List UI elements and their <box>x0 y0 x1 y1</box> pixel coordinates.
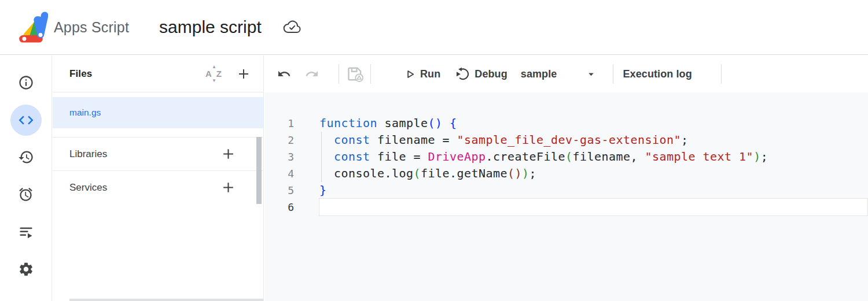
project-title[interactable]: sample script <box>159 17 262 37</box>
sidebar-item-executions[interactable] <box>10 217 42 248</box>
function-selector-value: sample <box>521 68 557 80</box>
files-panel-header: Files AZ ▲▼ <box>53 55 263 92</box>
executions-icon <box>18 224 34 240</box>
code-lines: function sample() { const filename = "sa… <box>319 115 868 215</box>
save-project-icon <box>345 64 365 84</box>
sidebar-item-triggers[interactable] <box>10 179 42 210</box>
code-line: const filename = "sample_file_dev-gas-ex… <box>319 132 868 148</box>
function-selector-dropdown[interactable] <box>586 69 597 80</box>
debug-label: Debug <box>475 68 507 80</box>
gear-icon <box>18 261 34 277</box>
history-icon <box>18 149 34 165</box>
debug-button[interactable]: Debug <box>455 66 507 81</box>
add-service-button[interactable] <box>221 180 236 195</box>
code-line <box>319 199 868 215</box>
code-line: function sample() { <box>319 115 868 132</box>
editor-toolbar: Run Debug sample Execution log <box>264 55 868 92</box>
add-library-button[interactable] <box>221 147 236 161</box>
alarm-icon <box>18 187 34 202</box>
play-icon <box>403 68 417 81</box>
code-editor[interactable]: 123456 function sample() { const filenam… <box>264 92 868 301</box>
sort-files-az-icon[interactable]: AZ ▲▼ <box>205 67 223 81</box>
libraries-section[interactable]: Libraries <box>53 137 263 170</box>
undo-button[interactable] <box>277 67 291 81</box>
debug-icon <box>455 66 471 81</box>
plus-icon <box>221 180 236 195</box>
services-label: Services <box>69 182 107 194</box>
gutter: 123456 <box>264 115 294 215</box>
apps-script-logo-icon[interactable] <box>14 10 48 44</box>
execution-log-button[interactable]: Execution log <box>623 68 692 80</box>
files-horizontal-scrollbar[interactable] <box>69 299 263 301</box>
sidebar-item-editor[interactable] <box>10 105 42 136</box>
file-item-main-gs[interactable]: main.gs <box>53 97 263 128</box>
file-item-label: main.gs <box>69 107 101 118</box>
code-line: const file = DriveApp.createFile(filenam… <box>319 148 868 165</box>
info-icon <box>18 75 34 91</box>
run-button[interactable]: Run <box>403 68 440 81</box>
redo-icon <box>305 67 319 81</box>
apps-script-ide: Apps Script sample script <box>0 0 868 301</box>
save-project-button[interactable] <box>345 64 365 84</box>
chevron-down-icon <box>586 69 597 80</box>
files-vertical-scrollbar[interactable] <box>256 137 262 204</box>
run-label: Run <box>420 68 440 80</box>
sidebar-item-overview[interactable] <box>10 67 42 98</box>
redo-button[interactable] <box>305 67 319 81</box>
function-selector[interactable]: sample <box>521 68 557 80</box>
files-panel-title: Files <box>69 68 92 80</box>
cloud-saved-icon <box>282 18 302 36</box>
add-file-button[interactable] <box>237 67 251 81</box>
sidebar-item-project-history[interactable] <box>10 142 42 173</box>
left-navigation-rail <box>0 55 52 301</box>
code-line: console.log(file.getName()); <box>319 165 868 182</box>
app-name: Apps Script <box>54 19 129 36</box>
editor-pane: Run Debug sample Execution log <box>264 55 868 301</box>
code-icon <box>17 112 35 129</box>
files-panel: Files AZ ▲▼ main.gs Libraries <box>53 55 264 301</box>
plus-icon <box>237 67 251 81</box>
plus-icon <box>221 147 236 161</box>
undo-icon <box>277 67 291 81</box>
services-section[interactable]: Services <box>53 170 263 204</box>
sidebar-item-settings[interactable] <box>10 254 42 285</box>
top-header: Apps Script sample script <box>0 0 868 55</box>
libraries-label: Libraries <box>69 148 107 160</box>
code-line: } <box>319 182 868 199</box>
execution-log-label: Execution log <box>623 68 692 80</box>
